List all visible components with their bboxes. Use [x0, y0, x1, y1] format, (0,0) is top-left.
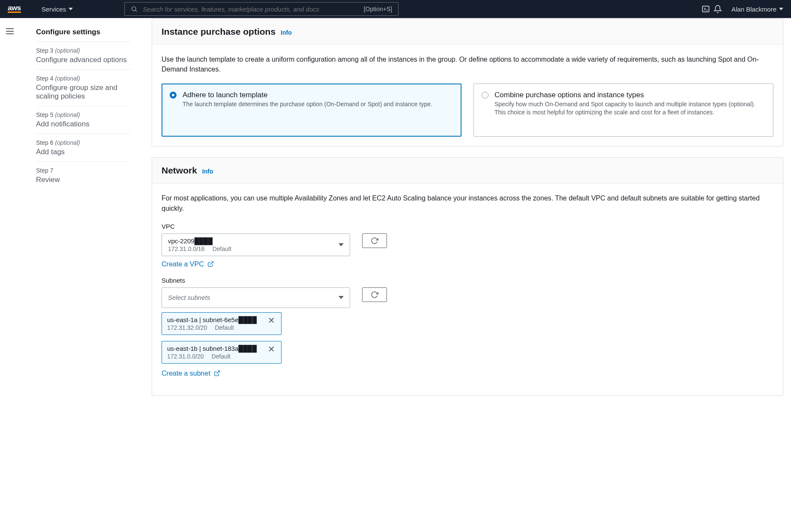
search-icon [131, 6, 138, 12]
refresh-icon [371, 237, 378, 245]
network-panel: Network Info For most applications, you … [152, 157, 783, 395]
notifications-icon[interactable] [712, 5, 724, 13]
step-4[interactable]: Step 4 (optional) Configure group size a… [36, 70, 131, 106]
main-content: Instance purchase options Info Use the l… [131, 18, 791, 419]
option-adhere-template[interactable]: Adhere to launch template The launch tem… [162, 84, 461, 137]
account-menu[interactable]: Alan Blackmore [731, 6, 783, 13]
panel-description: For most applications, you can use multi… [162, 193, 773, 213]
top-nav: aws Services [Option+S] Alan Blackmore [0, 0, 791, 18]
cloudshell-icon[interactable] [700, 5, 712, 13]
radio-icon [170, 92, 177, 99]
option-description: The launch template determines the purch… [183, 100, 432, 108]
subnets-label: Subnets [162, 277, 773, 284]
svg-line-1 [135, 10, 137, 12]
panel-title: Network [162, 165, 197, 176]
global-search[interactable]: [Option+S] [124, 2, 398, 16]
subnet-subtext: 172.31.0.0/20Default [167, 353, 267, 360]
vpc-label: VPC [162, 223, 773, 230]
step-5[interactable]: Step 5 (optional) Add notifications [36, 106, 131, 134]
external-link-icon [207, 261, 214, 267]
subnet-subtext: 172.31.32.0/20Default [167, 324, 267, 331]
refresh-vpc-button[interactable] [362, 233, 387, 248]
panel-description: Use the launch template to create a unif… [162, 54, 773, 74]
svg-point-0 [132, 7, 136, 11]
step-header: Step 5 (optional) [36, 111, 131, 118]
radio-icon [482, 92, 488, 99]
create-vpc-link[interactable]: Create a VPC [162, 260, 214, 268]
remove-subnet-button[interactable]: ✕ [267, 345, 276, 353]
hamburger-icon[interactable] [5, 26, 15, 36]
info-link[interactable]: Info [281, 29, 292, 36]
subnet-name: us-east-1b | subnet-183a████ [167, 345, 267, 352]
chevron-down-icon [69, 8, 73, 10]
option-title: Adhere to launch template [183, 91, 432, 99]
subnet-tag-us-east-1a: us-east-1a | subnet-6e5e████ 172.31.32.0… [162, 312, 282, 335]
step-6[interactable]: Step 6 (optional) Add tags [36, 134, 131, 162]
step-7[interactable]: Step 7 Review [36, 162, 131, 189]
svg-line-8 [216, 371, 219, 374]
option-combine-purchase[interactable]: Combine purchase options and instance ty… [473, 84, 773, 137]
search-shortcut: [Option+S] [364, 6, 393, 12]
chevron-down-icon [339, 243, 344, 246]
vpc-select[interactable]: vpc-2209████ 172.31.0.0/16Default [162, 233, 350, 256]
svg-line-7 [210, 262, 213, 265]
subnets-placeholder: Select subnets [168, 294, 210, 301]
panel-header: Network Info [152, 158, 783, 184]
wizard-steps: Configure settings Step 3 (optional) Con… [20, 18, 131, 419]
step-title: Review [36, 176, 131, 184]
option-title: Combine purchase options and instance ty… [494, 91, 765, 99]
step-title: Add tags [36, 148, 131, 156]
step-3[interactable]: Step 3 (optional) Configure advanced opt… [36, 42, 131, 70]
subnet-name: us-east-1a | subnet-6e5e████ [167, 316, 267, 323]
info-link[interactable]: Info [202, 168, 213, 175]
step-2[interactable]: Configure settings [36, 23, 131, 42]
refresh-icon [371, 291, 378, 299]
panel-header: Instance purchase options Info [152, 19, 783, 45]
refresh-subnets-button[interactable] [362, 287, 387, 302]
subnets-select[interactable]: Select subnets [162, 287, 350, 308]
aws-logo[interactable]: aws [8, 5, 21, 13]
step-title: Configure settings [36, 28, 131, 36]
step-header: Step 3 (optional) [36, 47, 131, 54]
left-rail [0, 18, 20, 419]
vpc-value: vpc-2209████ [168, 237, 339, 245]
panel-title: Instance purchase options [162, 27, 276, 37]
step-header: Step 7 [36, 167, 131, 174]
step-header: Step 6 (optional) [36, 139, 131, 146]
remove-subnet-button[interactable]: ✕ [267, 316, 276, 325]
option-description: Specify how much On-Demand and Spot capa… [494, 100, 765, 117]
chevron-down-icon [339, 296, 344, 299]
subnet-tag-us-east-1b: us-east-1b | subnet-183a████ 172.31.0.0/… [162, 341, 282, 364]
account-user-name: Alan Blackmore [731, 6, 776, 13]
search-input[interactable] [143, 6, 358, 13]
step-header: Step 4 (optional) [36, 75, 131, 82]
external-link-icon [214, 370, 220, 377]
step-title: Configure group size and scaling policie… [36, 84, 131, 101]
step-title: Add notifications [36, 120, 131, 129]
step-title: Configure advanced options [36, 56, 131, 64]
create-subnet-link[interactable]: Create a subnet [162, 370, 220, 377]
instance-purchase-panel: Instance purchase options Info Use the l… [152, 18, 783, 146]
vpc-subtext: 172.31.0.0/16Default [168, 245, 339, 252]
services-menu[interactable]: Services [42, 6, 73, 13]
chevron-down-icon [779, 8, 783, 10]
services-label: Services [42, 6, 66, 13]
